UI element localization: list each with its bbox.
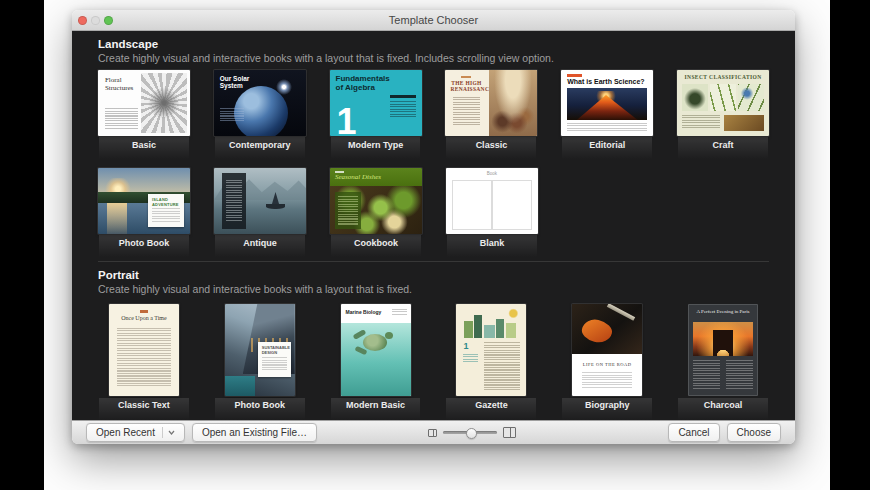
cover-title: Marine Biology [346,309,382,315]
text-placeholder-lines [582,372,632,388]
flower-photo [141,73,187,133]
template-item-cookbook[interactable]: Seasonal Dishes Cookbook [318,168,434,248]
template-item-craft[interactable]: INSECT CLASSIFICATION Craft [665,70,781,150]
open-recent-dropdown[interactable]: Open Recent [86,423,185,442]
cover-title: What is Earth Science? [567,78,647,86]
template-thumbnail-cookbook: Seasonal Dishes [330,168,422,234]
slider-thumb[interactable] [466,428,477,439]
template-thumbnail-charcoal: A Perfect Evening in Paris [688,304,758,396]
cover-title: ISLAND ADVENTURE [152,198,180,207]
footer-bar: Open Recent Open an Existing File… [72,420,795,444]
template-label: Gazette [475,400,508,410]
small-book-icon [428,429,437,437]
choose-label: Choose [737,427,771,438]
text-placeholder-lines [226,180,242,222]
cover-title: Floral Structures [105,76,139,92]
cover-title: Our Solar System [220,75,262,89]
headline-bar [390,95,416,98]
template-item-editorial[interactable]: What is Earth Science? Editorial [549,70,665,150]
template-thumbnail-modern-type: Fundamentals of Algebra 1 [330,70,422,136]
ornament [140,310,148,313]
text-placeholder-lines [567,123,647,132]
cover-numeral: 1 [337,104,357,136]
template-item-photo-book-landscape[interactable]: ISLAND ADVENTURE Photo Book [86,168,202,248]
butterfly-panel [682,84,708,111]
template-item-antique[interactable]: Antique [202,168,318,248]
template-thumbnail-photo-book-portrait: SUSTAINABLE DESIGN [225,304,295,396]
cancel-label: Cancel [678,427,709,438]
cover-title: THE HIGH RENAISSANCE [450,80,482,92]
template-thumbnail-blank: Book [446,168,538,234]
template-thumbnail-basic: Floral Structures [98,70,190,136]
text-placeholder-lines [390,101,416,119]
template-item-gazette[interactable]: 1 Gazette [433,304,549,410]
thumbnail-size-slider[interactable] [443,428,497,437]
template-thumbnail-antique [214,168,306,234]
dragonfly-panel [738,84,764,111]
template-item-classic-text[interactable]: Once Upon a Time Classic Text [86,304,202,410]
cover-numeral: 1 [463,341,468,351]
landscape-section-description: Create highly visual and interactive boo… [98,52,781,64]
template-thumbnail-modern-basic: Marine Biology [341,304,411,396]
template-item-contemporary[interactable]: Our Solar System Contemporary [202,70,318,150]
text-placeholder-lines [220,108,244,122]
right-black-bar [830,0,870,490]
landscape-row-1: Floral Structures Basic Our Solar System… [86,70,781,150]
pool [225,376,255,396]
template-thumbnail-gazette: 1 [456,304,526,396]
chevron-down-icon [162,427,175,438]
template-thumbnail-craft: INSECT CLASSIFICATION [677,70,769,136]
paris-sunset-photo [693,322,753,356]
template-item-charcoal[interactable]: A Perfect Evening in Paris Charcoal [665,304,781,410]
template-gallery: Landscape Create highly visual and inter… [72,31,795,420]
choose-button[interactable]: Choose [727,423,781,442]
template-chooser-window: Template Chooser Landscape Create highly… [72,10,795,444]
arc-de-triomphe-silhouette [713,330,733,356]
template-label: Contemporary [229,140,291,150]
renaissance-painting [489,70,537,136]
window-title: Template Chooser [72,10,795,30]
minimize-button-disabled [91,16,100,25]
titlebar: Template Chooser [72,10,795,31]
volcano-photo [567,88,647,120]
template-item-photo-book-portrait[interactable]: SUSTAINABLE DESIGN Photo Book [202,304,318,410]
close-button[interactable] [78,16,87,25]
template-item-biography[interactable]: LIFE ON THE ROAD Biography [549,304,665,410]
template-item-classic[interactable]: THE HIGH RENAISSANCE Classic [433,70,549,150]
cover-title: INSECT CLASSIFICATION [677,74,769,80]
text-placeholder-lines [453,97,480,127]
left-black-bar [0,0,44,490]
template-label: Photo Book [234,400,285,410]
template-thumbnail-contemporary: Our Solar System [214,70,306,136]
template-label: Classic Text [118,400,170,410]
open-existing-file-button[interactable]: Open an Existing File… [192,423,317,442]
template-thumbnail-biography: LIFE ON THE ROAD [572,304,642,396]
text-placeholder-lines [463,354,478,363]
template-label: Classic [476,140,508,150]
template-label: Biography [585,400,630,410]
template-label: Craft [713,140,734,150]
cover-title: SUSTAINABLE DESIGN [262,346,287,355]
recipe-panel [335,192,361,229]
template-item-modern-basic[interactable]: Marine Biology Modern Basic [318,304,434,410]
ornament [461,76,471,78]
zoom-button[interactable] [104,16,113,25]
template-label: Editorial [589,140,625,150]
text-placeholder-lines [693,360,720,390]
template-label: Modern Basic [346,400,405,410]
cover-card: SUSTAINABLE DESIGN [258,342,291,377]
large-book-icon [503,427,516,438]
text-placeholder-lines [338,196,358,225]
cover-title: LIFE ON THE ROAD [572,362,642,367]
template-thumbnail-editorial: What is Earth Science? [561,70,653,136]
cancel-button[interactable]: Cancel [668,423,719,442]
soil-photo [724,115,764,131]
template-item-basic[interactable]: Floral Structures Basic [86,70,202,150]
template-item-blank[interactable]: Book Blank [434,168,550,248]
cover-title: Seasonal Dishes [335,173,405,181]
portrait-row: Once Upon a Time Classic Text SUSTAINABL… [86,304,781,410]
template-label: Photo Book [119,238,170,248]
template-item-modern-type[interactable]: Fundamentals of Algebra 1 Modern Type [318,70,434,150]
kicker-bar [567,74,582,77]
blank-column-right [492,180,532,230]
